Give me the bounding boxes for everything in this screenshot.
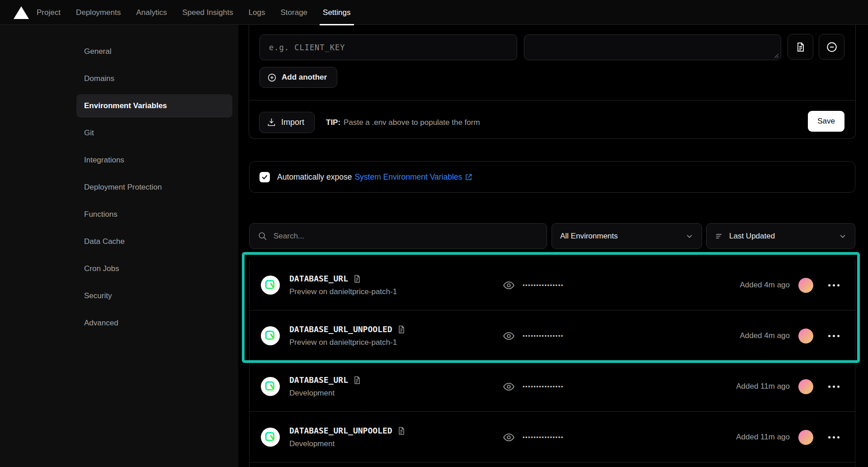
sidebar-item[interactable]: Deployment Protection xyxy=(76,176,232,199)
masked-value: ••••••••••••••• xyxy=(523,361,564,412)
added-timestamp: Added 4m ago xyxy=(740,310,790,361)
sort-lines-icon xyxy=(715,232,724,241)
expose-label: Automatically expose xyxy=(277,172,352,182)
tip-text: TIP:Paste a .env above to populate the f… xyxy=(326,112,480,133)
env-var-name: DATABASE_URL_UNPOOLED xyxy=(289,324,392,334)
expose-checkbox[interactable] xyxy=(259,172,270,182)
env-var-target: Preview on danieltprice-patch-1 xyxy=(289,287,397,296)
sidebar-item[interactable]: Cron Jobs xyxy=(76,257,232,281)
note-icon[interactable] xyxy=(397,426,406,435)
search-input[interactable] xyxy=(274,232,509,241)
masked-value: ••••••••••••••• xyxy=(523,260,564,310)
neon-integration-badge xyxy=(261,276,280,295)
import-button[interactable]: Import xyxy=(259,112,315,133)
search-icon xyxy=(258,231,267,241)
sidebar-item[interactable]: Git xyxy=(76,121,232,145)
env-var-filters: All Environments Last Updated xyxy=(249,223,855,249)
sort-value: Last Updated xyxy=(729,232,775,241)
avatar[interactable] xyxy=(798,329,813,343)
env-var-name: DATABASE_URL xyxy=(289,375,348,385)
sidebar-item[interactable]: Advanced xyxy=(76,311,232,335)
minus-circle-icon xyxy=(826,41,838,53)
neon-integration-badge xyxy=(261,326,280,345)
env-key-input[interactable] xyxy=(259,34,517,60)
chevron-down-icon xyxy=(685,232,693,240)
reveal-value-eye-icon[interactable] xyxy=(503,279,515,291)
avatar[interactable] xyxy=(798,278,813,293)
environment-filter-value: All Environments xyxy=(560,232,618,241)
search-box xyxy=(249,223,547,249)
nav-tabs: Project Deployments Analytics Speed Insi… xyxy=(37,0,351,25)
add-another-button[interactable]: Add another xyxy=(259,67,337,88)
nav-tab[interactable]: Deployments xyxy=(76,0,121,25)
nav-tab[interactable]: Storage xyxy=(281,0,308,25)
settings-sidebar: General Domains Environment Variables Gi… xyxy=(0,25,238,467)
file-icon xyxy=(795,42,806,52)
note-icon[interactable] xyxy=(397,325,406,334)
added-timestamp: Added 4m ago xyxy=(740,260,790,310)
env-var-target: Development xyxy=(289,389,362,398)
nav-tab[interactable]: Settings xyxy=(323,0,350,25)
top-nav: Project Deployments Analytics Speed Insi… xyxy=(0,0,868,25)
env-var-name: DATABASE_URL_UNPOOLED xyxy=(289,426,392,435)
env-var-target: Development xyxy=(289,439,406,448)
neon-integration-badge xyxy=(261,377,280,396)
note-icon[interactable] xyxy=(353,274,362,283)
sidebar-item[interactable]: Data Cache xyxy=(76,230,232,253)
row-actions-menu-button[interactable] xyxy=(828,361,840,412)
checkmark-icon xyxy=(261,174,268,181)
sort-select[interactable]: Last Updated xyxy=(706,223,855,249)
neon-icon xyxy=(264,279,276,291)
masked-value: ••••••••••••••• xyxy=(523,310,564,361)
row-actions-menu-button[interactable] xyxy=(828,260,840,310)
settings-sidebar-list: General Domains Environment Variables Gi… xyxy=(0,25,238,335)
neon-icon xyxy=(264,330,276,342)
masked-value: ••••••••••••••• xyxy=(523,412,564,462)
nav-tab[interactable]: Analytics xyxy=(136,0,167,25)
sidebar-item[interactable]: Security xyxy=(76,284,232,308)
import-label: Import xyxy=(281,118,304,127)
env-value-input[interactable] xyxy=(524,34,781,60)
system-env-vars-link[interactable]: System Environment Variables xyxy=(354,172,473,182)
env-var-row[interactable]: DATABASE_URL_UNPOOLED Preview on danielt… xyxy=(250,310,855,361)
sidebar-item[interactable]: Integrations xyxy=(76,148,232,172)
row-actions-menu-button[interactable] xyxy=(828,412,840,462)
paste-env-file-button[interactable] xyxy=(788,34,813,60)
nav-tab[interactable]: Speed Insights xyxy=(182,0,233,25)
sidebar-item[interactable]: Environment Variables xyxy=(76,94,232,118)
nav-tab[interactable]: Logs xyxy=(249,0,265,25)
download-icon xyxy=(267,118,276,127)
sidebar-item[interactable]: Domains xyxy=(76,67,232,91)
sidebar-item[interactable]: Functions xyxy=(76,203,232,226)
card-divider xyxy=(249,100,855,100)
env-var-target: Preview on danieltprice-patch-1 xyxy=(289,338,406,347)
row-actions-menu-button[interactable] xyxy=(828,310,840,361)
sidebar-item[interactable]: General xyxy=(76,40,232,63)
environment-variables-page: Project Deployments Analytics Speed Insi… xyxy=(0,0,868,467)
env-var-row[interactable]: DATABASE_URL Preview on danieltprice-pat… xyxy=(250,260,855,310)
add-env-var-card: Add another Import TIP:Paste a .env abov… xyxy=(249,25,856,139)
env-var-row[interactable]: DATABASE_URL_UNPOOLED Development ••••••… xyxy=(250,412,855,462)
system-env-expose-card: Automatically expose System Environment … xyxy=(249,161,855,193)
nav-tab[interactable]: Project xyxy=(37,0,61,25)
neon-icon xyxy=(264,431,276,443)
note-icon[interactable] xyxy=(353,376,362,385)
added-timestamp: Added 11m ago xyxy=(736,412,790,462)
env-var-list: DATABASE_URL Preview on danieltprice-pat… xyxy=(249,260,855,467)
avatar[interactable] xyxy=(798,379,813,394)
save-button[interactable]: Save xyxy=(808,111,844,132)
add-another-label: Add another xyxy=(282,73,327,82)
env-var-row[interactable]: DATABASE_URL Development •••••••••••••••… xyxy=(250,361,855,412)
chevron-down-icon xyxy=(839,232,847,240)
avatar[interactable] xyxy=(798,430,813,445)
neon-icon xyxy=(264,381,276,392)
vercel-logo-icon[interactable] xyxy=(14,6,29,19)
neon-integration-badge xyxy=(261,428,280,447)
external-link-icon xyxy=(464,173,473,181)
reveal-value-eye-icon[interactable] xyxy=(503,381,515,393)
reveal-value-eye-icon[interactable] xyxy=(503,330,515,342)
added-timestamp: Added 11m ago xyxy=(736,361,790,412)
environment-filter-select[interactable]: All Environments xyxy=(552,223,702,249)
reveal-value-eye-icon[interactable] xyxy=(503,431,515,443)
remove-row-button[interactable] xyxy=(819,34,844,60)
